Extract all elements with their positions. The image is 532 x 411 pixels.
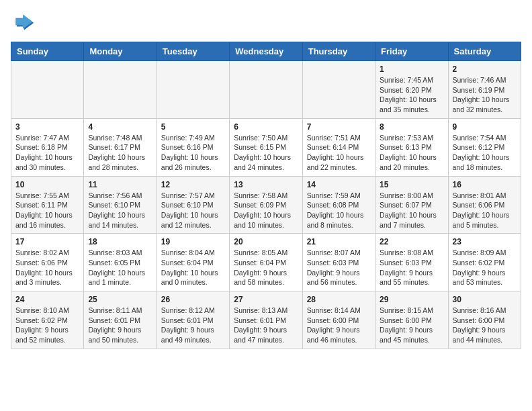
- day-info: Sunrise: 8:10 AM Sunset: 6:02 PM Dayligh…: [15, 306, 79, 345]
- weekday-header-saturday: Saturday: [448, 42, 521, 61]
- calendar-cell: 7Sunrise: 7:51 AM Sunset: 6:14 PM Daylig…: [302, 118, 375, 176]
- day-info: Sunrise: 7:47 AM Sunset: 6:18 PM Dayligh…: [15, 133, 79, 173]
- calendar-cell: 14Sunrise: 7:59 AM Sunset: 6:08 PM Dayli…: [302, 176, 375, 234]
- calendar-cell: 11Sunrise: 7:56 AM Sunset: 6:10 PM Dayli…: [84, 176, 157, 234]
- week-row-4: 17Sunrise: 8:02 AM Sunset: 6:06 PM Dayli…: [11, 234, 521, 291]
- calendar-cell: [302, 61, 375, 119]
- day-info: Sunrise: 7:55 AM Sunset: 6:11 PM Dayligh…: [15, 191, 79, 230]
- day-number: 17: [15, 237, 79, 246]
- day-number: 6: [234, 122, 298, 132]
- day-info: Sunrise: 8:13 AM Sunset: 6:01 PM Dayligh…: [234, 306, 298, 345]
- day-info: Sunrise: 8:04 AM Sunset: 6:04 PM Dayligh…: [161, 248, 225, 287]
- day-number: 2: [453, 64, 517, 74]
- day-info: Sunrise: 8:02 AM Sunset: 6:06 PM Dayligh…: [15, 248, 79, 287]
- day-number: 9: [453, 122, 517, 132]
- day-number: 14: [307, 180, 371, 189]
- day-number: 16: [453, 180, 517, 189]
- weekday-header-sunday: Sunday: [11, 42, 84, 61]
- calendar-cell: 12Sunrise: 7:57 AM Sunset: 6:10 PM Dayli…: [157, 176, 229, 234]
- day-info: Sunrise: 8:01 AM Sunset: 6:06 PM Dayligh…: [453, 191, 517, 230]
- calendar-cell: 10Sunrise: 7:55 AM Sunset: 6:11 PM Dayli…: [11, 176, 84, 234]
- day-number: 1: [380, 64, 443, 74]
- calendar-cell: 4Sunrise: 7:48 AM Sunset: 6:17 PM Daylig…: [84, 118, 157, 176]
- calendar-cell: 16Sunrise: 8:01 AM Sunset: 6:06 PM Dayli…: [448, 176, 521, 234]
- day-number: 29: [380, 295, 443, 304]
- calendar-cell: 22Sunrise: 8:08 AM Sunset: 6:03 PM Dayli…: [375, 234, 448, 291]
- day-number: 20: [234, 237, 298, 246]
- day-info: Sunrise: 8:03 AM Sunset: 6:05 PM Dayligh…: [88, 248, 152, 287]
- day-info: Sunrise: 8:11 AM Sunset: 6:01 PM Dayligh…: [88, 306, 152, 345]
- calendar-cell: 6Sunrise: 7:50 AM Sunset: 6:15 PM Daylig…: [230, 118, 302, 176]
- calendar-cell: 24Sunrise: 8:10 AM Sunset: 6:02 PM Dayli…: [11, 291, 84, 349]
- day-number: 19: [161, 237, 225, 246]
- calendar-cell: [157, 61, 229, 119]
- day-number: 25: [88, 295, 152, 304]
- day-number: 4: [88, 122, 152, 132]
- calendar-cell: 13Sunrise: 7:58 AM Sunset: 6:09 PM Dayli…: [230, 176, 302, 234]
- day-info: Sunrise: 7:58 AM Sunset: 6:09 PM Dayligh…: [234, 191, 298, 230]
- day-info: Sunrise: 7:50 AM Sunset: 6:15 PM Dayligh…: [234, 133, 298, 173]
- day-info: Sunrise: 7:45 AM Sunset: 6:20 PM Dayligh…: [380, 75, 443, 115]
- day-info: Sunrise: 8:00 AM Sunset: 6:07 PM Dayligh…: [380, 191, 443, 230]
- weekday-header-friday: Friday: [375, 42, 448, 61]
- calendar-cell: 19Sunrise: 8:04 AM Sunset: 6:04 PM Dayli…: [157, 234, 229, 291]
- page-header: [11, 11, 521, 35]
- day-number: 30: [453, 295, 517, 304]
- weekday-header-thursday: Thursday: [302, 42, 375, 61]
- week-row-1: 1Sunrise: 7:45 AM Sunset: 6:20 PM Daylig…: [11, 61, 521, 119]
- calendar-cell: 9Sunrise: 7:54 AM Sunset: 6:12 PM Daylig…: [448, 118, 521, 176]
- weekday-header-row: SundayMondayTuesdayWednesdayThursdayFrid…: [11, 42, 521, 61]
- svg-marker-1: [15, 14, 32, 29]
- week-row-2: 3Sunrise: 7:47 AM Sunset: 6:18 PM Daylig…: [11, 118, 521, 176]
- day-number: 12: [161, 180, 225, 189]
- day-info: Sunrise: 8:14 AM Sunset: 6:00 PM Dayligh…: [307, 306, 371, 345]
- weekday-header-tuesday: Tuesday: [157, 42, 229, 61]
- week-row-5: 24Sunrise: 8:10 AM Sunset: 6:02 PM Dayli…: [11, 291, 521, 349]
- week-row-3: 10Sunrise: 7:55 AM Sunset: 6:11 PM Dayli…: [11, 176, 521, 234]
- day-number: 15: [380, 180, 443, 189]
- day-info: Sunrise: 7:56 AM Sunset: 6:10 PM Dayligh…: [88, 191, 152, 230]
- calendar-cell: 26Sunrise: 8:12 AM Sunset: 6:01 PM Dayli…: [157, 291, 229, 349]
- day-number: 24: [15, 295, 79, 304]
- day-info: Sunrise: 7:46 AM Sunset: 6:19 PM Dayligh…: [453, 75, 517, 115]
- calendar-cell: 17Sunrise: 8:02 AM Sunset: 6:06 PM Dayli…: [11, 234, 84, 291]
- calendar-cell: 23Sunrise: 8:09 AM Sunset: 6:02 PM Dayli…: [448, 234, 521, 291]
- day-info: Sunrise: 8:15 AM Sunset: 6:00 PM Dayligh…: [380, 306, 443, 345]
- day-number: 22: [380, 237, 443, 246]
- day-number: 21: [307, 237, 371, 246]
- day-number: 3: [15, 122, 79, 132]
- calendar-cell: 15Sunrise: 8:00 AM Sunset: 6:07 PM Dayli…: [375, 176, 448, 234]
- calendar-cell: 28Sunrise: 8:14 AM Sunset: 6:00 PM Dayli…: [302, 291, 375, 349]
- day-info: Sunrise: 8:05 AM Sunset: 6:04 PM Dayligh…: [234, 248, 298, 287]
- calendar-cell: 29Sunrise: 8:15 AM Sunset: 6:00 PM Dayli…: [375, 291, 448, 349]
- day-number: 5: [161, 122, 225, 132]
- day-info: Sunrise: 7:59 AM Sunset: 6:08 PM Dayligh…: [307, 191, 371, 230]
- calendar-cell: 25Sunrise: 8:11 AM Sunset: 6:01 PM Dayli…: [84, 291, 157, 349]
- day-number: 11: [88, 180, 152, 189]
- calendar-cell: 30Sunrise: 8:16 AM Sunset: 6:00 PM Dayli…: [448, 291, 521, 349]
- day-info: Sunrise: 7:48 AM Sunset: 6:17 PM Dayligh…: [88, 133, 152, 173]
- weekday-header-wednesday: Wednesday: [230, 42, 302, 61]
- day-info: Sunrise: 8:08 AM Sunset: 6:03 PM Dayligh…: [380, 248, 443, 287]
- day-number: 27: [234, 295, 298, 304]
- day-number: 18: [88, 237, 152, 246]
- calendar-table: SundayMondayTuesdayWednesdayThursdayFrid…: [11, 42, 521, 349]
- day-number: 7: [307, 122, 371, 132]
- day-info: Sunrise: 7:51 AM Sunset: 6:14 PM Dayligh…: [307, 133, 371, 173]
- day-number: 26: [161, 295, 225, 304]
- day-info: Sunrise: 8:12 AM Sunset: 6:01 PM Dayligh…: [161, 306, 225, 345]
- logo: [11, 11, 38, 35]
- day-number: 10: [15, 180, 79, 189]
- calendar-cell: 2Sunrise: 7:46 AM Sunset: 6:19 PM Daylig…: [448, 61, 521, 119]
- day-info: Sunrise: 7:49 AM Sunset: 6:16 PM Dayligh…: [161, 133, 225, 173]
- weekday-header-monday: Monday: [84, 42, 157, 61]
- calendar-cell: [230, 61, 302, 119]
- calendar-cell: 3Sunrise: 7:47 AM Sunset: 6:18 PM Daylig…: [11, 118, 84, 176]
- calendar-cell: 20Sunrise: 8:05 AM Sunset: 6:04 PM Dayli…: [230, 234, 302, 291]
- calendar-cell: 21Sunrise: 8:07 AM Sunset: 6:03 PM Dayli…: [302, 234, 375, 291]
- day-info: Sunrise: 7:57 AM Sunset: 6:10 PM Dayligh…: [161, 191, 225, 230]
- day-number: 13: [234, 180, 298, 189]
- day-info: Sunrise: 8:16 AM Sunset: 6:00 PM Dayligh…: [453, 306, 517, 345]
- day-info: Sunrise: 7:53 AM Sunset: 6:13 PM Dayligh…: [380, 133, 443, 173]
- calendar-cell: [84, 61, 157, 119]
